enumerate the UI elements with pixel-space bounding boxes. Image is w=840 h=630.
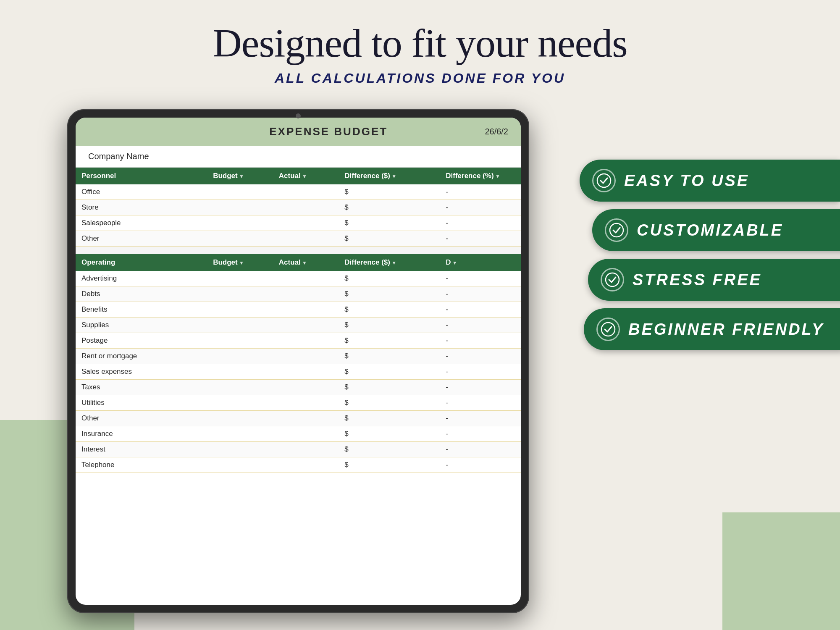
- cell-actual: [273, 318, 339, 333]
- cell-actual: [273, 333, 339, 349]
- checkmark-icon-1: [592, 169, 616, 192]
- cell-actual: [273, 271, 339, 286]
- cell-category: Other: [76, 231, 207, 247]
- spreadsheet-header: EXPENSE BUDGET 26/6/2: [76, 118, 521, 146]
- checkmark-icon-4: [596, 318, 620, 341]
- col-header-diff-pct-2: D: [440, 254, 521, 271]
- cell-diff-dollar: $: [339, 411, 440, 426]
- cell-category: Office: [76, 184, 207, 200]
- cell-diff-pct: -: [440, 395, 521, 411]
- table-row: Telephone $ -: [76, 457, 521, 473]
- page-subtitle: ALL CALCULATIONS DONE FOR YOU: [0, 71, 840, 86]
- cell-diff-dollar: $: [339, 380, 440, 395]
- svg-point-1: [610, 223, 623, 237]
- cell-category: Debts: [76, 286, 207, 302]
- cell-diff-dollar: $: [339, 302, 440, 318]
- cell-category: Interest: [76, 442, 207, 457]
- cell-actual: [273, 349, 339, 364]
- tablet-frame: EXPENSE BUDGET 26/6/2 Company Name Perso…: [67, 109, 529, 613]
- cell-actual: [273, 231, 339, 247]
- col-header-budget-2: Budget: [207, 254, 273, 271]
- cell-diff-dollar: $: [339, 200, 440, 215]
- table-row: Supplies $ -: [76, 318, 521, 333]
- bg-green-bottom-right: [722, 512, 840, 630]
- table-row: Debts $ -: [76, 286, 521, 302]
- cell-category: Postage: [76, 333, 207, 349]
- svg-point-3: [601, 323, 615, 336]
- cell-category: Supplies: [76, 318, 207, 333]
- cell-category: Advertising: [76, 271, 207, 286]
- col-header-diff-dollar-1: Difference ($): [339, 168, 440, 184]
- cell-diff-pct: -: [440, 349, 521, 364]
- cell-actual: [273, 215, 339, 231]
- cell-diff-pct: -: [440, 271, 521, 286]
- cell-diff-pct: -: [440, 215, 521, 231]
- cell-budget: [207, 318, 273, 333]
- cell-diff-pct: -: [440, 318, 521, 333]
- cell-category: Benefits: [76, 302, 207, 318]
- table-row: Other $ -: [76, 231, 521, 247]
- svg-point-0: [597, 174, 611, 187]
- cell-diff-dollar: $: [339, 457, 440, 473]
- cell-diff-dollar: $: [339, 364, 440, 380]
- page-header: Designed to fit your needs ALL CALCULATI…: [0, 0, 840, 86]
- cell-budget: [207, 364, 273, 380]
- cell-budget: [207, 302, 273, 318]
- cell-diff-pct: -: [440, 380, 521, 395]
- badge-label-easy-to-use: EASY TO USE: [624, 172, 749, 190]
- cell-actual: [273, 380, 339, 395]
- company-name-row: Company Name: [76, 146, 521, 168]
- cell-category: Sales expenses: [76, 364, 207, 380]
- cell-budget: [207, 395, 273, 411]
- cell-category: Salespeople: [76, 215, 207, 231]
- col-header-diff-pct-1: Difference (%): [440, 168, 521, 184]
- cell-actual: [273, 200, 339, 215]
- cell-budget: [207, 200, 273, 215]
- cell-budget: [207, 271, 273, 286]
- tablet-camera: [296, 113, 301, 118]
- cell-category: Rent or mortgage: [76, 349, 207, 364]
- table-row: Insurance $ -: [76, 426, 521, 442]
- badge-beginner-friendly: BEGINNER FRIENDLY: [584, 308, 840, 350]
- cell-category: Insurance: [76, 426, 207, 442]
- cell-diff-pct: -: [440, 184, 521, 200]
- cell-category: Taxes: [76, 380, 207, 395]
- cell-diff-dollar: $: [339, 231, 440, 247]
- cell-diff-dollar: $: [339, 184, 440, 200]
- table-row: Office $ -: [76, 184, 521, 200]
- tablet-screen: EXPENSE BUDGET 26/6/2 Company Name Perso…: [76, 118, 521, 605]
- cell-diff-pct: -: [440, 302, 521, 318]
- operating-table: Operating Budget Actual Difference ($) D…: [76, 254, 521, 473]
- section-spacer: [76, 247, 521, 254]
- table-row: Other $ -: [76, 411, 521, 426]
- col-header-actual-1: Actual: [273, 168, 339, 184]
- cell-actual: [273, 364, 339, 380]
- badge-stress-free: STRESS FREE: [588, 259, 840, 301]
- cell-actual: [273, 184, 339, 200]
- cell-actual: [273, 395, 339, 411]
- cell-actual: [273, 457, 339, 473]
- cell-diff-pct: -: [440, 457, 521, 473]
- cell-diff-dollar: $: [339, 395, 440, 411]
- table-row: Benefits $ -: [76, 302, 521, 318]
- cell-budget: [207, 231, 273, 247]
- badges-container: EASY TO USE CUSTOMIZABLE STRESS FREE BEG…: [580, 160, 840, 354]
- cell-diff-pct: -: [440, 333, 521, 349]
- cell-diff-dollar: $: [339, 333, 440, 349]
- cell-diff-dollar: $: [339, 271, 440, 286]
- cell-diff-dollar: $: [339, 426, 440, 442]
- spreadsheet-title: EXPENSE BUDGET: [172, 125, 485, 138]
- company-name-label: Company Name: [88, 152, 149, 161]
- table-row: Utilities $ -: [76, 395, 521, 411]
- table-row: Taxes $ -: [76, 380, 521, 395]
- cell-actual: [273, 411, 339, 426]
- personnel-table: Personnel Budget Actual Difference ($) D…: [76, 168, 521, 247]
- svg-point-2: [606, 273, 619, 286]
- table-row: Sales expenses $ -: [76, 364, 521, 380]
- cell-budget: [207, 184, 273, 200]
- checkmark-icon-2: [605, 218, 628, 242]
- col-header-personnel: Personnel: [76, 168, 207, 184]
- spreadsheet-date: 26/6/2: [485, 127, 508, 136]
- cell-budget: [207, 457, 273, 473]
- table-row: Advertising $ -: [76, 271, 521, 286]
